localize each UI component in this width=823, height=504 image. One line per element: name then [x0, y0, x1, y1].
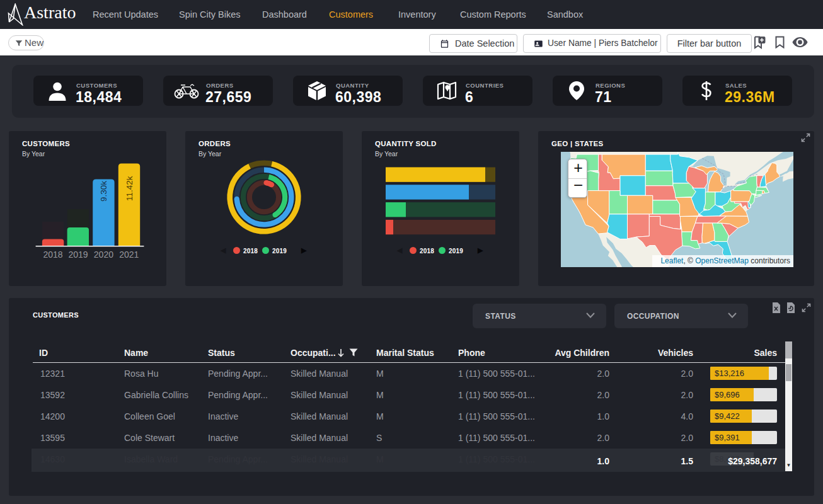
svg-text:2021: 2021	[119, 249, 139, 260]
svg-text:11.42k: 11.42k	[125, 176, 134, 201]
svg-text:2018: 2018	[43, 249, 62, 260]
svg-text:9.30k: 9.30k	[99, 181, 108, 202]
svg-text:2019: 2019	[68, 249, 88, 260]
svg-text:2020: 2020	[94, 249, 113, 260]
